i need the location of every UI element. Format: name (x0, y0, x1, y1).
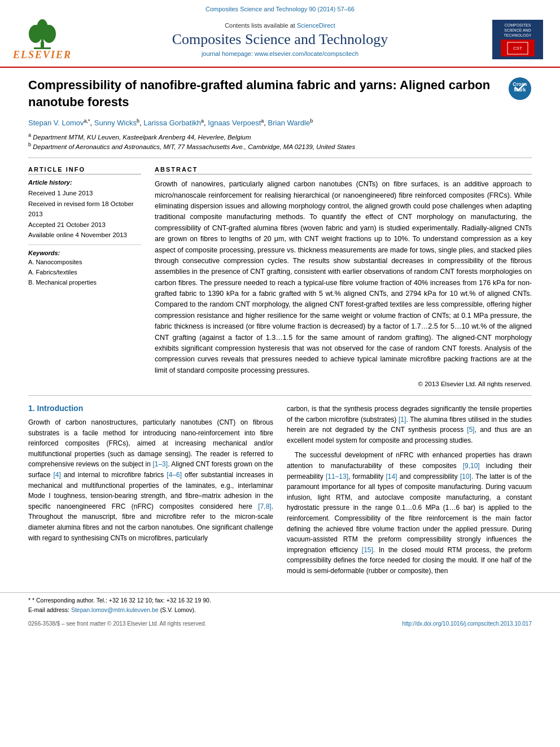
keyword-3: B. Mechanical properties (28, 278, 141, 288)
author-gorbatikh: Larissa Gorbatikh (143, 119, 201, 128)
article-area: Compressibility of nanofibre-grafted alu… (0, 68, 560, 592)
contents-line: Contents lists available at ScienceDirec… (68, 22, 492, 29)
svg-text:CST: CST (513, 46, 522, 51)
journal-logo-right: COMPOSITESSCIENCE ANDTECHNOLOGY CST (492, 20, 543, 59)
footnote-corresponding: * Corresponding author. Tel.: +32 16 32 … (32, 597, 211, 604)
ref-4-6[interactable]: [4–6] (167, 471, 182, 479)
article-title-section: Compressibility of nanofibre-grafted alu… (28, 77, 532, 110)
journal-homepage: journal homepage: www.elsevier.com/locat… (68, 50, 492, 57)
ref-1-3[interactable]: [1–3] (152, 460, 168, 468)
footnote-email-label: E-mail address: (28, 606, 69, 613)
author-verpoest: Ignaas Verpoest (208, 119, 261, 128)
article-info-heading: ARTICLE INFO (28, 166, 141, 174)
footer-notes: * * Corresponding author. Tel.: +32 16 3… (0, 592, 560, 619)
abstract-heading: ABSTRACT (155, 166, 532, 174)
keyword-2: A. Fabrics/textiles (28, 268, 141, 278)
article-info-abstract: ARTICLE INFO Article history: Received 1… (28, 166, 532, 387)
journal-header: Composites Science and Technology 90 (20… (0, 0, 560, 68)
section-divider-2 (28, 395, 532, 396)
ref-15[interactable]: [15] (362, 546, 373, 554)
affil-b: b Department of Aeronautics and Astronau… (28, 142, 532, 150)
affil-a: a Department MTM, KU Leuven, Kasteelpark… (28, 132, 532, 141)
intro-para-3: The successful development of nFRC with … (287, 450, 532, 576)
revised-date: Received in revised form 18 October 2013 (28, 199, 141, 220)
ref-14[interactable]: [14] (386, 473, 397, 480)
journal-logo-red: CST (501, 40, 535, 56)
footnote-email-name: (S.V. Lomov). (160, 606, 196, 613)
keyword-1: A. Nanocomposites (28, 257, 141, 268)
elsevier-tree-icon (25, 18, 59, 49)
ref-11-13[interactable]: [11–13] (326, 473, 348, 480)
authors-line: Stepan V. Lomova,*, Sunny Wicksb, Lariss… (28, 118, 532, 127)
author-wicks: Sunny Wicks (94, 119, 137, 128)
intro-para-2: carbon, is that the synthesis process de… (287, 404, 532, 445)
author-lomov: Stepan V. Lomov (28, 119, 84, 128)
article-info-col: ARTICLE INFO Article history: Received 1… (28, 166, 141, 387)
journal-main-title: Composites Science and Technology (68, 31, 492, 48)
footnote-email[interactable]: Stepan.lomov@mtm.kuleuven.be (71, 606, 159, 613)
available-date: Available online 4 November 2013 (28, 230, 141, 240)
abstract-col: ABSTRACT Growth of nanowires, particular… (155, 166, 532, 387)
body-two-col: 1. Introduction Growth of carbon nanostr… (28, 404, 532, 581)
page: Composites Science and Technology 90 (20… (0, 0, 560, 747)
history-label: Article history: (28, 179, 141, 186)
section-1-title: 1. Introduction (28, 404, 273, 413)
received-date: Received 1 June 2013 (28, 188, 141, 198)
ref-9-10[interactable]: [9,10] (463, 462, 480, 470)
abstract-text: Growth of nanowires, particularly aligne… (155, 179, 532, 376)
section-divider-1 (28, 158, 532, 158)
journal-title-center: Contents lists available at ScienceDirec… (68, 22, 492, 57)
bottom-doi[interactable]: http://dx.doi.org/10.1016/j.compscitech.… (402, 621, 532, 627)
ref-7-8[interactable]: [7,8] (258, 503, 271, 510)
intro-para-1: Growth of carbon nanostructures, particu… (28, 417, 273, 543)
sciencedirect-link[interactable]: ScienceDirect (297, 22, 335, 29)
ref-5[interactable]: [5] (467, 426, 474, 434)
elsevier-brand-text: ELSEVIER (13, 49, 72, 61)
svg-point-5 (37, 19, 48, 37)
journal-citation: Composites Science and Technology 90 (20… (11, 6, 549, 12)
intro-text-left: Growth of carbon nanostructures, particu… (28, 417, 273, 543)
body-col-right: carbon, is that the synthesis process de… (287, 404, 532, 581)
closing-word: closing (423, 556, 444, 564)
footnote-star-symbol: * (28, 597, 32, 604)
affiliations: a Department MTM, KU Leuven, Kasteelpark… (28, 132, 532, 150)
copyright-line: © 2013 Elsevier Ltd. All rights reserved… (155, 381, 532, 387)
keywords-label: Keywords: (28, 250, 141, 256)
footnote-email-line: E-mail address: Stepan.lomov@mtm.kuleuve… (28, 606, 532, 615)
accepted-date: Accepted 21 October 2013 (28, 220, 141, 230)
ref-10[interactable]: [10] (460, 473, 471, 480)
article-title: Compressibility of nanofibre-grafted alu… (28, 77, 508, 110)
header-content: ELSEVIER Contents lists available at Sci… (11, 16, 549, 63)
crossmark-icon: Cross Mark (508, 77, 532, 101)
journal-logo-text: COMPOSITESSCIENCE ANDTECHNOLOGY (504, 23, 531, 38)
footnote-star-line: * * Corresponding author. Tel.: +32 16 3… (28, 596, 532, 605)
journal-logo-graphic: CST (506, 41, 529, 55)
ref-4[interactable]: [4] (53, 471, 60, 479)
body-col-left: 1. Introduction Growth of carbon nanostr… (28, 404, 273, 581)
bottom-footer: 0266-3538/$ – see front matter © 2013 El… (0, 618, 560, 629)
bottom-copyright: 0266-3538/$ – see front matter © 2013 El… (28, 621, 206, 627)
intro-text-right: carbon, is that the synthesis process de… (287, 404, 532, 576)
author-wardle: Brian Wardle (268, 119, 310, 128)
elsevier-logo: ELSEVIER (17, 18, 68, 61)
ref-1-right[interactable]: [1] (399, 416, 406, 423)
